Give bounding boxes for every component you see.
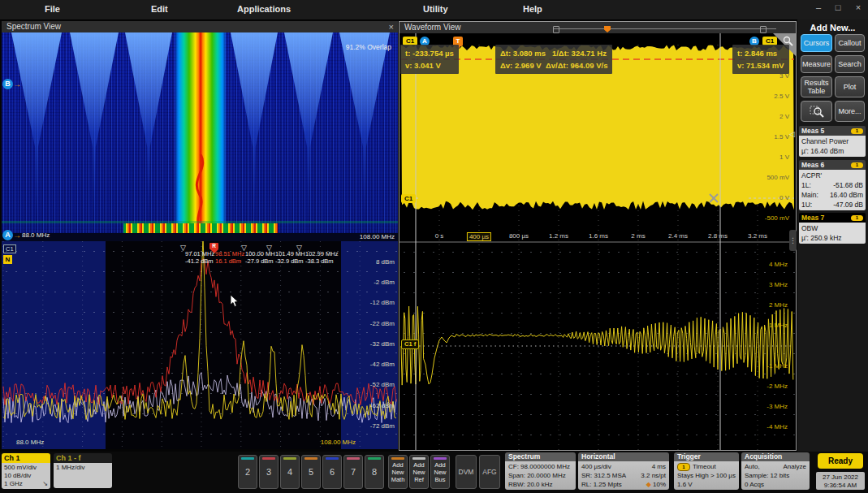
acquisition-settings: Auto,Analyze Sample: 12 bits 0 Acqs (741, 461, 810, 490)
dvm-button[interactable]: DVM (456, 455, 477, 489)
channel-pennant-badge[interactable]: C1 (3, 244, 16, 253)
restore-icon[interactable]: □ (831, 2, 844, 12)
amplitude-axis-label: 8 dBm (376, 258, 395, 266)
voltage-axis-label: 0 V (779, 194, 789, 201)
ruler-left-bracket[interactable] (553, 26, 559, 33)
voltage-axis-label: 1.5 V (774, 133, 789, 141)
channel-1-ground-badge[interactable]: C1 (401, 194, 416, 203)
channel-7-button[interactable]: 7 (343, 455, 363, 489)
channel-1-settings-badge[interactable]: Ch 1 500 mV/div 10 dB/div 1 GHz ↘ (2, 453, 50, 489)
afg-button[interactable]: AFG (479, 455, 500, 489)
probe-icon: ↘ (42, 480, 48, 488)
menu-file[interactable]: File (45, 4, 60, 14)
meas-5-panel[interactable]: Meas 5 1 Channel Powerµ': 16.40 dBm (799, 126, 866, 157)
horizontal-settings: 400 µs/div4 ms SR: 312.5 MSA3.2 ns/pt RL… (578, 461, 669, 490)
source-badge: 1 (851, 215, 863, 221)
start-frequency-label: 88.0 MHz (22, 230, 50, 240)
channel-2-button[interactable]: 2 (238, 455, 257, 489)
oscilloscope-app: File Edit Applications Utility Help – □ … (0, 0, 868, 493)
trigger-position-pin[interactable] (604, 26, 611, 32)
arrow-right-icon: → (13, 230, 21, 240)
frequency-axis-label: -1 MHz (767, 362, 788, 370)
spectrum-view-close-icon[interactable]: × (389, 21, 394, 32)
horizontal-settings-badge[interactable]: Horizontal 400 µs/div4 ms SR: 312.5 MSA3… (578, 452, 669, 490)
channel-3-button[interactable]: 3 (259, 455, 279, 489)
voltage-axis-label: 1 V (779, 154, 789, 161)
menu-bar: File Edit Applications Utility Help – □ … (0, 0, 868, 20)
channel-5-button[interactable]: 5 (301, 455, 321, 489)
meas-5-body: Channel Powerµ': 16.40 dBm (799, 136, 866, 157)
menu-help[interactable]: Help (523, 4, 542, 14)
menu-edit[interactable]: Edit (151, 4, 168, 14)
voltage-axis-label: 500 mV (767, 174, 789, 181)
time-axis-label: 1.6 ms (589, 232, 608, 240)
meas-7-body: OBWµ': 250.9 kHz (799, 223, 866, 244)
trigger-settings-badge[interactable]: Trigger 1Timeout Stays High > 100 µs 1.6… (674, 452, 739, 490)
cursor-b-readout: t: 2.846 msv: 71.534 mV (732, 45, 789, 74)
measure-button[interactable]: Measure (801, 55, 832, 73)
voltage-axis-label: -500 mV (765, 214, 789, 222)
trace-handle-icon[interactable]: ◁ (789, 130, 795, 138)
sidebar: Add New... Cursors Callout Measure Searc… (797, 19, 868, 452)
close-icon[interactable]: × (852, 2, 865, 12)
marker-readout-col: 101.49 MH-32.9 dBm (275, 251, 305, 265)
panel-resize-handle[interactable]: ⋮ (789, 230, 797, 251)
add-new-bus-button[interactable]: Add New Bus (430, 455, 450, 489)
time-axis-label-selected: 400 µs (467, 232, 491, 241)
amplitude-axis-label: -22 dBm (370, 320, 395, 327)
frequency-axis-label: 2 MHz (769, 301, 788, 309)
amplitude-axis-label: -12 dBm (370, 299, 395, 306)
trace-stop-frequency: 108.00 MHz (321, 439, 356, 446)
spectrogram-funnel (70, 32, 119, 217)
results-table-button[interactable]: Results Table (801, 76, 832, 97)
channel-1f-settings-badge[interactable]: Ch 1 - f 1 MHz/div (54, 453, 112, 488)
spectrum-settings-badge[interactable]: Spectrum CF: 98.0000000 MHz Span: 20.000… (505, 452, 576, 490)
callout-button[interactable]: Callout (835, 34, 865, 52)
spectrum-trace-view: C1 N ▽ R ▽ ▽ ▽ 97.01 MHz-41.2 dBm 98.51 … (2, 241, 398, 449)
add-new-math-button[interactable]: Add New Math (388, 455, 408, 489)
channel-4-button[interactable]: 4 (280, 455, 300, 489)
normal-trace-badge[interactable]: N (3, 255, 12, 264)
frequency-axis-label: 3 MHz (769, 281, 788, 288)
add-new-ref-button[interactable]: Add New Ref (409, 455, 429, 489)
zoom-tool-button[interactable] (801, 101, 832, 122)
minimize-icon[interactable]: – (812, 2, 825, 12)
plot-button[interactable]: Plot (835, 76, 865, 97)
acquisition-settings-badge[interactable]: Acquisition Auto,Analyze Sample: 12 bits… (741, 452, 810, 490)
spectrogram-frequency-axis: A → 88.0 MHz 108.00 MHz (2, 233, 398, 241)
marker-readout-col-ref: 98.51 MHz16.1 dBm (215, 251, 245, 265)
menu-applications[interactable]: Applications (237, 4, 291, 14)
ruler-right-bracket[interactable] (760, 26, 767, 33)
voltage-axis-label: 2 V (779, 113, 789, 120)
channel-1f-settings: 1 MHz/div (54, 463, 112, 488)
channel-8-button[interactable]: 8 (365, 455, 384, 489)
spectrogram-slice-band (123, 223, 278, 233)
amplitude-axis-label: -62 dBm (370, 402, 395, 409)
cursor-a-badge: A (2, 230, 13, 240)
frequency-axis-label: -2 MHz (767, 383, 788, 390)
channel-6-button[interactable]: 6 (322, 455, 342, 489)
waveform-view-title-text: Waveform View (404, 23, 460, 32)
meas-6-panel[interactable]: Meas 6 1 ACPR' 1L:-51.68 dB Main:16.40 d… (799, 160, 866, 210)
channel-1-freq-trace-badge[interactable]: C1 f (401, 339, 419, 349)
more-button[interactable]: More... (835, 101, 865, 122)
cursors-button[interactable]: Cursors (801, 34, 832, 52)
frequency-axis-label: 1 MHz (769, 322, 788, 329)
channel-1f-header: Ch 1 - f (54, 453, 112, 463)
amplitude-axis-label: -72 dBm (370, 422, 395, 430)
expansion-point-icon: ◆ (646, 481, 651, 488)
time-axis-label: 3.2 ms (748, 232, 767, 240)
search-button[interactable]: Search (835, 55, 865, 73)
magnifier-icon (810, 105, 824, 118)
spectrogram-a-marker[interactable]: A → 88.0 MHz (2, 230, 50, 240)
channel-1-header: Ch 1 (2, 453, 50, 463)
spectrum-settings: CF: 98.0000000 MHz Span: 20.0000 MHz RBW… (505, 461, 576, 490)
spectrogram-b-marker[interactable]: B → (2, 79, 21, 89)
reference-marker-label: R (209, 243, 218, 249)
trigger-source-badge: 1 (677, 463, 690, 471)
zoom-overview-ruler[interactable] (553, 26, 776, 32)
meas-7-panel[interactable]: Meas 7 1 OBWµ': 250.9 kHz (799, 213, 866, 244)
meas-6-header: Meas 6 1 (799, 160, 866, 170)
menu-utility[interactable]: Utility (423, 4, 448, 14)
waveform-view-panel: Waveform View C1 A T B C1 (399, 21, 797, 451)
